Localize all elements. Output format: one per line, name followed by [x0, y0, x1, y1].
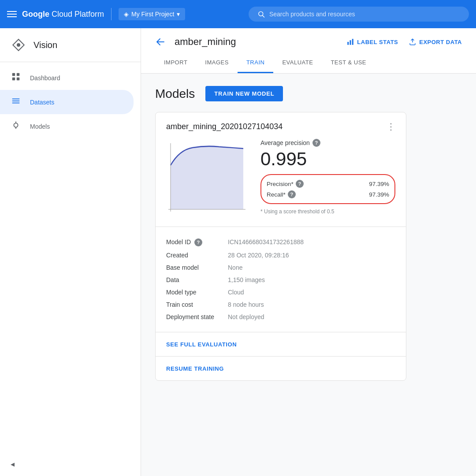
menu-button[interactable] — [7, 11, 17, 17]
model-card-body: Average precision ? 0.995 Precision* ? 9… — [156, 139, 406, 227]
svg-point-11 — [14, 123, 18, 127]
sidebar-header: Vision — [0, 28, 141, 62]
model-card: amber_mining_20201027104034 ⋮ — [155, 112, 406, 381]
sidebar-item-models[interactable]: Models — [0, 114, 134, 138]
sidebar-item-dashboard[interactable]: Dashboard — [0, 66, 134, 90]
header-actions: LABEL STATS EXPORT DATA — [346, 38, 462, 46]
resume-training-button[interactable]: RESUME TRAINING — [166, 365, 224, 372]
tab-train[interactable]: TRAIN — [238, 53, 274, 73]
back-button[interactable] — [155, 37, 166, 47]
sidebar-collapse-button[interactable]: ◂ — [0, 452, 141, 476]
svg-point-3 — [17, 43, 20, 47]
detail-row-model-type: Model type Cloud — [166, 286, 395, 298]
model-card-header: amber_mining_20201027104034 ⋮ — [156, 112, 406, 139]
svg-rect-7 — [17, 78, 19, 80]
detail-row-created: Created 28 Oct 2020, 09:28:16 — [166, 249, 395, 261]
model-name: amber_mining_20201027104034 — [166, 122, 283, 131]
tab-images[interactable]: IMAGES — [196, 53, 238, 73]
export-icon — [409, 38, 416, 46]
svg-rect-6 — [12, 78, 15, 80]
topbar-divider — [111, 8, 112, 20]
label-stats-label: LABEL STATS — [357, 39, 398, 45]
project-selector[interactable]: ◈ My First Project ▾ — [119, 8, 185, 20]
train-cost-label: Train cost — [166, 301, 228, 308]
app-logo: Google Cloud Platform — [22, 10, 104, 19]
sidebar-item-label-dashboard: Dashboard — [30, 74, 60, 82]
deployment-state-value: Not deployed — [228, 313, 264, 320]
recall-help-icon[interactable]: ? — [288, 190, 296, 198]
data-value: 1,150 images — [228, 276, 265, 283]
datasets-icon — [11, 96, 21, 108]
precision-row: Precision* ? 97.39% — [267, 178, 389, 189]
tab-test-use[interactable]: TEST & USE — [322, 53, 375, 73]
bar-chart-icon — [346, 38, 354, 46]
detail-row-train-cost: Train cost 8 node hours — [166, 298, 395, 311]
content-title-row: amber_mining LABEL STATS — [155, 28, 462, 53]
created-value: 28 Oct 2020, 09:28:16 — [228, 252, 289, 259]
recall-value: 97.39% — [369, 191, 389, 198]
tab-import[interactable]: IMPORT — [155, 53, 196, 73]
recall-label: Recall* ? — [267, 190, 296, 198]
detail-row-base-model: Base model None — [166, 261, 395, 274]
tab-evaluate[interactable]: EVALUATE — [273, 53, 322, 73]
section-title: Models — [155, 87, 195, 101]
content-area: amber_mining LABEL STATS — [141, 28, 476, 476]
search-bar[interactable] — [249, 7, 469, 22]
avg-precision-value: 0.995 — [260, 149, 395, 170]
svg-line-1 — [263, 15, 264, 17]
see-full-evaluation-section: SEE FULL EVALUATION — [156, 332, 406, 356]
model-id-value: ICN1466680341732261888 — [228, 238, 304, 246]
recall-row: Recall* ? 97.39% — [267, 189, 389, 200]
search-icon — [257, 10, 265, 18]
main-content: Models TRAIN NEW MODEL amber_mining_2020… — [141, 74, 476, 393]
detail-row-deployment-state: Deployment state Not deployed — [166, 311, 395, 323]
precision-help-icon[interactable]: ? — [296, 180, 304, 188]
sidebar-title: Vision — [33, 40, 57, 50]
model-id-help-icon[interactable]: ? — [194, 238, 202, 246]
model-details: Model ID ? ICN1466680341732261888 Create… — [156, 227, 406, 332]
models-icon — [11, 120, 21, 132]
resume-training-section: RESUME TRAINING — [156, 356, 406, 380]
tab-bar: IMPORT IMAGES TRAIN EVALUATE TEST & USE — [155, 53, 462, 73]
search-input[interactable] — [269, 11, 460, 18]
model-type-label: Model type — [166, 289, 228, 296]
sidebar-nav: Dashboard Datasets — [0, 62, 141, 142]
dataset-name: amber_mining — [175, 36, 236, 48]
metrics-area: Average precision ? 0.995 Precision* ? 9… — [260, 139, 395, 216]
precision-recall-chart — [166, 139, 250, 216]
dashboard-icon — [11, 72, 21, 84]
base-model-label: Base model — [166, 264, 228, 271]
precision-label: Precision* ? — [267, 180, 304, 188]
sidebar: Vision Dashboard — [0, 28, 141, 476]
model-id-label: Model ID ? — [166, 238, 228, 246]
svg-rect-15 — [350, 40, 351, 45]
topbar: Google Cloud Platform ◈ My First Project… — [0, 0, 476, 28]
project-name: My First Project — [131, 11, 174, 18]
sidebar-item-datasets[interactable]: Datasets — [0, 90, 134, 114]
avg-precision-label: Average precision ? — [260, 139, 395, 147]
created-label: Created — [166, 252, 228, 259]
model-type-value: Cloud — [228, 289, 244, 296]
precision-value: 97.39% — [369, 181, 389, 187]
data-label: Data — [166, 276, 228, 283]
export-data-label: EXPORT DATA — [419, 39, 462, 45]
detail-row-data: Data 1,150 images — [166, 274, 395, 286]
sidebar-item-label-datasets: Datasets — [30, 99, 54, 106]
project-icon: ◈ — [124, 11, 129, 18]
sidebar-item-label-models: Models — [30, 123, 50, 130]
more-options-button[interactable]: ⋮ — [387, 121, 395, 132]
export-data-button[interactable]: EXPORT DATA — [409, 38, 462, 46]
threshold-note: * Using a score threshold of 0.5 — [260, 208, 395, 215]
section-header: Models TRAIN NEW MODEL — [155, 86, 462, 101]
svg-rect-5 — [17, 73, 19, 76]
svg-rect-4 — [12, 73, 15, 76]
label-stats-button[interactable]: LABEL STATS — [346, 38, 398, 46]
see-full-evaluation-button[interactable]: SEE FULL EVALUATION — [166, 341, 237, 348]
precision-recall-box: Precision* ? 97.39% Recall* ? 97. — [260, 174, 395, 204]
project-dropdown-icon: ▾ — [177, 11, 180, 18]
main-layout: Vision Dashboard — [0, 28, 476, 476]
avg-precision-help-icon[interactable]: ? — [312, 139, 320, 147]
base-model-value: None — [228, 264, 242, 271]
vision-logo-icon — [11, 37, 26, 53]
train-new-model-button[interactable]: TRAIN NEW MODEL — [205, 86, 283, 101]
